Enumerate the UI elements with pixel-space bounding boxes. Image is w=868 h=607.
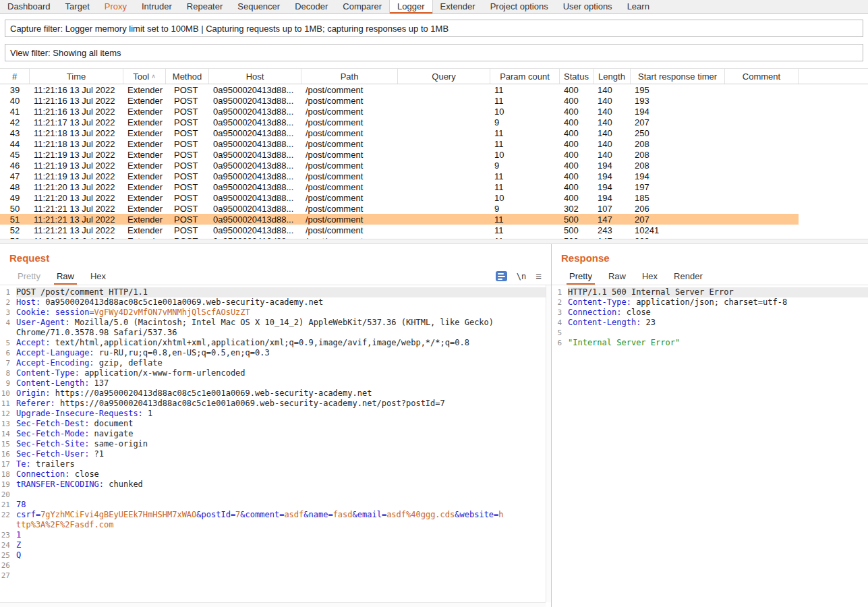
header-filler xyxy=(799,69,868,84)
table-row[interactable]: 4011:21:16 13 Jul 2022ExtenderPOST0a9500… xyxy=(0,95,799,106)
response-lines: 1HTTP/1.1 500 Internal Server Error2Cont… xyxy=(552,287,868,348)
line-number: 23 xyxy=(0,530,16,540)
code-line: 2178 xyxy=(0,500,551,510)
table-row[interactable]: 4311:21:18 13 Jul 2022ExtenderPOST0a9500… xyxy=(0,127,799,138)
line-number: 18 xyxy=(0,469,16,480)
request-tab-pretty[interactable]: Pretty xyxy=(9,268,49,285)
code-line: 6"Internal Server Error" xyxy=(552,338,868,348)
request-tabs: PrettyRawHex xyxy=(9,268,114,285)
tab-user-options[interactable]: User options xyxy=(556,0,620,13)
code-line: 22csrf=7gYzhMCiFvi4gBEyUEEk7HmHSHM7xWAO&… xyxy=(0,510,551,530)
code-line: 25Q xyxy=(0,550,551,560)
column-header-status[interactable]: Status xyxy=(560,69,594,84)
column-header-path[interactable]: Path xyxy=(301,69,398,84)
code-line: 19tRANSFER-ENCODING: chunked xyxy=(0,480,551,490)
request-editor[interactable]: 1POST /post/comment HTTP/1.12Host: 0a950… xyxy=(0,285,551,607)
tab-sequencer[interactable]: Sequencer xyxy=(230,0,287,13)
column-header-tool[interactable]: Tool∧ xyxy=(123,69,166,84)
code-line: 5 xyxy=(552,328,868,338)
burp-logger-window: DashboardTargetProxyIntruderRepeaterSequ… xyxy=(0,0,868,607)
tab-repeater[interactable]: Repeater xyxy=(179,0,230,13)
table-row[interactable]: 3911:21:16 13 Jul 2022ExtenderPOST0a9500… xyxy=(0,84,799,95)
tab-intruder[interactable]: Intruder xyxy=(134,0,179,13)
line-number: 5 xyxy=(0,338,16,348)
tab-dashboard[interactable]: Dashboard xyxy=(0,0,58,13)
line-number: 15 xyxy=(0,439,16,449)
table-row[interactable]: 4411:21:18 13 Jul 2022ExtenderPOST0a9500… xyxy=(0,138,799,149)
column-header-start-response-timer[interactable]: Start response timer xyxy=(631,69,725,84)
line-number: 2 xyxy=(552,297,568,308)
table-row[interactable]: 5011:21:21 13 Jul 2022ExtenderPOST0a9500… xyxy=(0,203,799,214)
sort-ascending-icon: ∧ xyxy=(151,74,156,80)
code-line: 6Accept-Language: ru-RU,ru;q=0.8,en-US;q… xyxy=(0,348,551,358)
line-number: 4 xyxy=(552,318,568,328)
table-row[interactable]: 5111:21:21 13 Jul 2022ExtenderPOST0a9500… xyxy=(0,214,799,225)
table-row[interactable]: 4711:21:19 13 Jul 2022ExtenderPOST0a9500… xyxy=(0,171,799,181)
tab-project-options[interactable]: Project options xyxy=(483,0,556,13)
code-line: 3Cookie: session=VgFWy4D2vMfON7vMNMhjQlS… xyxy=(0,308,551,318)
code-line: 1HTTP/1.1 500 Internal Server Error xyxy=(552,287,868,297)
column-header-method[interactable]: Method xyxy=(166,69,209,84)
pretty-print-icon[interactable] xyxy=(496,271,507,281)
column-header-host[interactable]: Host xyxy=(209,69,301,84)
code-line: 20 xyxy=(0,490,551,500)
response-editor[interactable]: 1HTTP/1.1 500 Internal Server Error2Cont… xyxy=(552,285,868,607)
tab-decoder[interactable]: Decoder xyxy=(287,0,335,13)
tab-proxy[interactable]: Proxy xyxy=(97,0,134,13)
request-horizontal-scrollbar[interactable] xyxy=(0,602,546,607)
table-row[interactable]: 4811:21:20 13 Jul 2022ExtenderPOST0a9500… xyxy=(0,181,799,192)
table-row[interactable]: 4211:21:17 13 Jul 2022ExtenderPOST0a9500… xyxy=(0,117,799,127)
code-line: 18Connection: close xyxy=(0,469,551,480)
line-number: 8 xyxy=(0,368,16,378)
line-number: 1 xyxy=(0,287,16,297)
request-tab-bar: PrettyRawHex \n ≡ xyxy=(0,268,551,285)
code-line: 231 xyxy=(0,530,551,540)
tab-learn[interactable]: Learn xyxy=(620,0,657,13)
response-tab-pretty[interactable]: Pretty xyxy=(561,268,600,285)
response-title: Response xyxy=(561,252,868,264)
column-header-num[interactable]: # xyxy=(0,69,30,84)
table-row[interactable]: 5211:21:21 13 Jul 2022ExtenderPOST0a9500… xyxy=(0,225,799,235)
code-line: 14Sec-Fetch-Mode: navigate xyxy=(0,429,551,439)
table-row[interactable]: 4611:21:19 13 Jul 2022ExtenderPOST0a9500… xyxy=(0,160,799,171)
response-tab-raw[interactable]: Raw xyxy=(600,268,634,285)
line-number: 21 xyxy=(0,500,16,510)
tab-extender[interactable]: Extender xyxy=(433,0,483,13)
table-row[interactable]: 4511:21:19 13 Jul 2022ExtenderPOST0a9500… xyxy=(0,149,799,160)
column-header-param-count[interactable]: Param count xyxy=(490,69,560,84)
request-lines: 1POST /post/comment HTTP/1.12Host: 0a950… xyxy=(0,287,551,581)
capture-filter-bar[interactable]: Capture filter: Logger memory limit set … xyxy=(5,20,863,37)
line-number: 10 xyxy=(0,388,16,399)
column-header-comment[interactable]: Comment xyxy=(725,69,799,84)
table-row[interactable]: 4111:21:16 13 Jul 2022ExtenderPOST0a9500… xyxy=(0,106,799,117)
request-vertical-scrollbar[interactable] xyxy=(546,285,551,602)
response-tabs: PrettyRawHexRender xyxy=(561,268,711,285)
column-header-query[interactable]: Query xyxy=(398,69,490,84)
line-number: 5 xyxy=(552,328,568,338)
line-number: 13 xyxy=(0,419,16,429)
column-header-length[interactable]: Length xyxy=(594,69,631,84)
log-table-header: #TimeTool∧MethodHostPathQueryParam count… xyxy=(0,68,868,84)
line-number: 20 xyxy=(0,490,16,500)
view-filter-bar[interactable]: View filter: Showing all items xyxy=(5,44,863,61)
line-number: 9 xyxy=(0,378,16,388)
request-tab-hex[interactable]: Hex xyxy=(82,268,114,285)
nonprintable-chars-icon[interactable]: \n xyxy=(517,272,526,281)
response-tab-hex[interactable]: Hex xyxy=(634,268,666,285)
request-tab-raw[interactable]: Raw xyxy=(49,268,82,285)
tab-comparer[interactable]: Comparer xyxy=(335,0,389,13)
code-line: 9Content-Length: 137 xyxy=(0,378,551,388)
tab-logger[interactable]: Logger xyxy=(389,0,432,13)
tab-target[interactable]: Target xyxy=(58,0,97,13)
table-row[interactable]: 4911:21:20 13 Jul 2022ExtenderPOST0a9500… xyxy=(0,192,799,203)
code-line: 26 xyxy=(0,560,551,571)
editor-menu-icon[interactable]: ≡ xyxy=(536,271,542,281)
line-number: 11 xyxy=(0,399,16,409)
horizontal-splitter[interactable] xyxy=(0,239,868,244)
response-panel: Response PrettyRawHexRender 1HTTP/1.1 50… xyxy=(552,244,868,607)
response-tab-bar: PrettyRawHexRender xyxy=(552,268,868,285)
column-header-time[interactable]: Time xyxy=(30,69,123,84)
view-filter-text: View filter: Showing all items xyxy=(10,48,121,58)
request-editor-toolbar: \n ≡ xyxy=(496,271,542,281)
response-tab-render[interactable]: Render xyxy=(666,268,711,285)
